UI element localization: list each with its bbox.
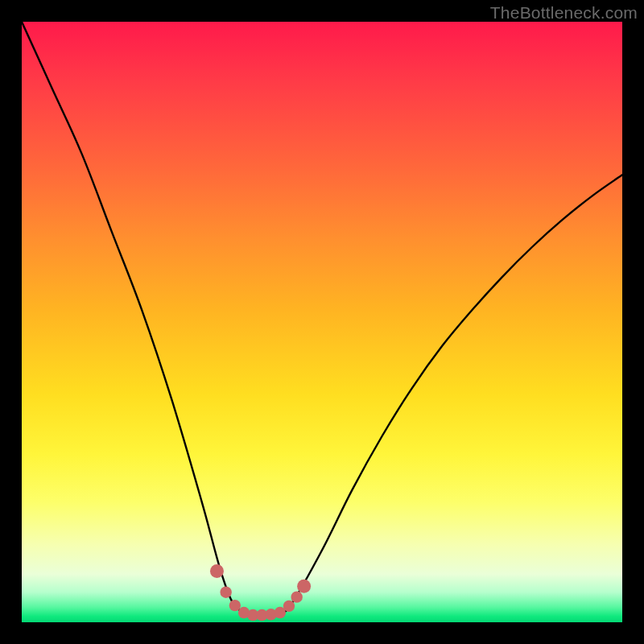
plot-area	[22, 22, 622, 622]
trough-marker	[210, 564, 224, 578]
trough-marker	[220, 587, 231, 598]
bottleneck-curve	[22, 22, 622, 615]
chart-frame: TheBottleneck.com	[0, 0, 644, 644]
trough-marker	[291, 591, 302, 602]
trough-markers-group	[210, 564, 311, 621]
chart-svg	[22, 22, 622, 622]
trough-marker	[283, 601, 295, 612]
trough-marker	[229, 600, 241, 611]
trough-marker	[297, 580, 311, 593]
watermark-text: TheBottleneck.com	[490, 3, 638, 23]
